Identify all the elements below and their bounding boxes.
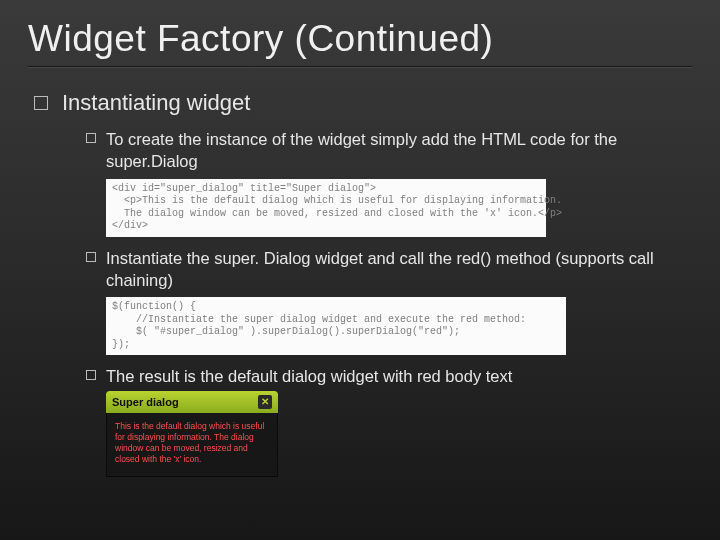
dialog-preview: Super dialog ✕ This is the default dialo…: [106, 391, 278, 476]
slide-title: Widget Factory (Continued): [28, 18, 692, 60]
bullet-level2: Instantiate the super. Dialog widget and…: [28, 247, 692, 292]
dialog-titlebar: Super dialog ✕: [106, 391, 278, 413]
section-heading: Instantiating widget: [62, 90, 250, 116]
bullet-level2: The result is the default dialog widget …: [28, 365, 692, 387]
bullet-text: The result is the default dialog widget …: [106, 365, 512, 387]
bullet-text: Instantiate the super. Dialog widget and…: [106, 247, 692, 292]
code-sample-js: $(function() { //Instantiate the super d…: [106, 297, 566, 355]
bullet-level1: Instantiating widget: [28, 90, 692, 116]
dialog-title-text: Super dialog: [112, 396, 179, 408]
code-sample-html: <div id="super_dialog" title="Super dial…: [106, 179, 546, 237]
divider: [28, 66, 692, 68]
bullet-level2: To create the instance of the widget sim…: [28, 128, 692, 173]
square-bullet-icon: [86, 133, 96, 143]
dialog-body-text: This is the default dialog which is usef…: [106, 413, 278, 476]
close-icon[interactable]: ✕: [258, 395, 272, 409]
square-bullet-icon: [86, 252, 96, 262]
square-bullet-icon: [86, 370, 96, 380]
square-bullet-icon: [34, 96, 48, 110]
bullet-text: To create the instance of the widget sim…: [106, 128, 692, 173]
